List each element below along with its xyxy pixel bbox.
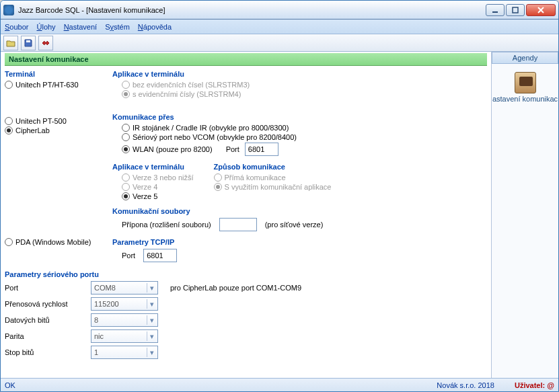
side-item-komunikace[interactable]: astavení komunikac — [492, 72, 558, 103]
radio-pda[interactable]: PDA (Windows Mobile) — [5, 238, 106, 246]
soubory-label: Přípona (rozlišení souboru) — [122, 221, 211, 229]
status-company: Novák s.r.o. 2018 — [437, 381, 494, 389]
serial-data-select[interactable]: 8▾ — [91, 313, 158, 327]
section-title: Nastavení komunikace — [5, 53, 487, 66]
radio-unitech-pt630[interactable]: Unitech PT/HT-630 — [5, 81, 106, 89]
maximize-button[interactable] — [506, 4, 525, 16]
serial-baud-label: Přenosová rychlost — [5, 300, 85, 308]
wlan-port-input[interactable]: 6801 — [245, 143, 278, 156]
chevron-down-icon: ▾ — [147, 348, 156, 357]
window-title: Jazz Barcode SQL - [Nastavení komunikace… — [18, 6, 486, 14]
menu-bar: Soubor Úlohy Nastavení Systém Nápověda — [1, 19, 558, 34]
chevron-down-icon: ▾ — [147, 331, 156, 341]
serial-stop-label: Stop bitů — [5, 348, 85, 356]
radio-ir-cradle[interactable]: IR stojánek / Cradle IR (obvykle pro 800… — [122, 124, 487, 132]
chevron-down-icon: ▾ — [147, 283, 156, 292]
radio-via-app: S využitím komunikační aplikace — [214, 183, 332, 191]
serial-port-select[interactable]: COM8▾ — [91, 281, 158, 295]
soubory-note: (pro síťové verze) — [265, 221, 324, 229]
menu-napoveda[interactable]: Nápověda — [138, 23, 172, 31]
menu-nastaveni[interactable]: Nastavení — [64, 23, 98, 31]
radio-cipherlab[interactable]: CipherLab — [5, 126, 106, 134]
status-user-label: Uživatel: — [515, 381, 545, 389]
radio-serial-vcom[interactable]: Sériový port nebo VCOM (obvykle pro 8200… — [122, 133, 487, 141]
apps2-heading: Aplikace v terminálu — [112, 163, 194, 171]
serial-port-label: Port — [5, 284, 85, 292]
serial-data-label: Datových bitů — [5, 316, 85, 324]
status-user-value: @ — [547, 381, 554, 389]
serial-parity-label: Parita — [5, 332, 85, 340]
status-ok: OK — [5, 381, 15, 389]
serial-baud-select[interactable]: 115200▾ — [91, 297, 158, 311]
toolbar — [1, 34, 558, 52]
svg-rect-1 — [513, 7, 518, 13]
menu-soubor[interactable]: Soubor — [5, 23, 28, 31]
main-panel: Nastavení komunikace Terminál Unitech PT… — [1, 52, 491, 378]
komm-heading: Komunikace přes — [112, 113, 487, 121]
soubory-heading: Komunikační soubory — [112, 207, 487, 215]
serial-parity-select[interactable]: nic▾ — [91, 329, 158, 343]
radio-direct: Přímá komunikace — [214, 173, 332, 182]
toolbar-open-icon[interactable] — [3, 36, 18, 50]
pripona-input[interactable] — [219, 218, 257, 231]
status-bar: OK Novák s.r.o. 2018 Uživatel: @ — [1, 378, 558, 391]
serial-heading: Parametry sériového portu — [5, 270, 487, 278]
radio-v5[interactable]: Verze 5 — [122, 192, 194, 200]
app-icon — [3, 5, 14, 15]
side-heading: Agendy — [492, 52, 558, 64]
menu-ulohy[interactable]: Úlohy — [36, 23, 55, 31]
app-window: Jazz Barcode SQL - [Nastavení komunikace… — [0, 0, 559, 392]
tcp-port-input[interactable]: 6801 — [143, 249, 177, 262]
svg-rect-4 — [26, 40, 30, 42]
toolbar-sync-icon[interactable] — [38, 36, 53, 50]
radio-app-noevid: bez evidenčních čísel (SLRSTRM3) — [122, 81, 487, 89]
radio-app-evid: s evidenčními čísly (SLRSTRM4) — [122, 90, 487, 98]
titlebar: Jazz Barcode SQL - [Nastavení komunikace… — [1, 1, 558, 19]
close-button[interactable] — [526, 4, 556, 16]
serial-stop-select[interactable]: 1▾ — [91, 346, 158, 359]
agenda-icon — [515, 72, 536, 93]
menu-system[interactable]: Systém — [105, 23, 130, 31]
radio-wlan[interactable]: WLAN (pouze pro 8200) Port 6801 — [122, 143, 487, 156]
tcp-heading: Parametry TCP/IP — [112, 238, 487, 246]
serial-port-note: pro CipherLab pouze port COM1-COM9 — [170, 284, 487, 292]
chevron-down-icon: ▾ — [147, 299, 156, 309]
radio-unitech-pt500[interactable]: Unitech PT-500 — [5, 117, 106, 125]
radio-v4: Verze 4 — [122, 183, 194, 191]
radio-v3: Verze 3 nebo nižší — [122, 173, 194, 182]
minimize-button[interactable] — [486, 4, 505, 16]
chevron-down-icon: ▾ — [147, 315, 156, 325]
side-panel: Agendy astavení komunikac — [491, 52, 558, 378]
apps1-heading: Aplikace v terminálu — [112, 70, 487, 78]
terminal-heading: Terminál — [5, 70, 106, 78]
toolbar-save-icon[interactable] — [21, 36, 36, 50]
zpusob-heading: Způsob komunikace — [214, 163, 332, 171]
